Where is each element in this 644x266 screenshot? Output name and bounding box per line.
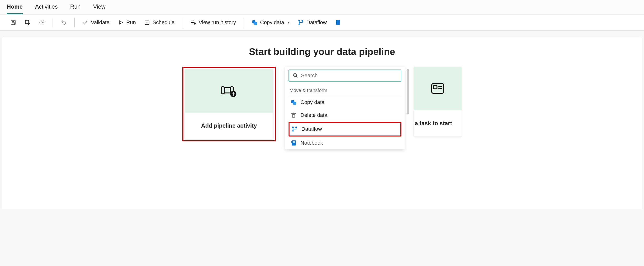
svg-rect-50 (293, 142, 295, 143)
card-label: a task to start (414, 110, 462, 136)
dataflow-icon (298, 19, 304, 26)
item-label: Dataflow (302, 126, 322, 132)
settings-button[interactable] (36, 17, 48, 28)
svg-rect-2 (12, 20, 14, 22)
svg-point-10 (148, 23, 148, 23)
search-icon (292, 72, 298, 79)
group-header: Move & transform (288, 87, 401, 96)
item-notebook[interactable]: Notebook (288, 136, 401, 149)
pipeline-add-icon (221, 84, 238, 98)
scrollbar[interactable] (406, 69, 409, 114)
card-choose-task[interactable]: a task to start (414, 67, 462, 136)
validate-label: Validate (91, 19, 110, 26)
svg-rect-47 (291, 142, 292, 143)
svg-point-4 (41, 22, 42, 23)
toolbar: Validate Run Schedule View run history C… (0, 14, 644, 30)
copy-data-button[interactable]: Copy data ▾ (248, 17, 293, 28)
check-icon (82, 19, 88, 26)
chevron-down-icon: ▾ (288, 20, 290, 24)
svg-rect-49 (293, 142, 295, 142)
undo-button[interactable] (57, 17, 70, 28)
view-run-history-button[interactable]: View run history (187, 17, 239, 28)
svg-rect-22 (336, 21, 336, 21)
tab-run[interactable]: Run (70, 3, 80, 14)
database-copy-icon (252, 19, 258, 26)
save-icon (10, 19, 16, 26)
svg-rect-1 (12, 23, 14, 24)
card-illustration (414, 67, 462, 110)
gear-icon (39, 19, 45, 26)
canvas-empty-state: Start building your data pipeline Add pi (2, 37, 642, 209)
svg-marker-5 (119, 21, 122, 24)
toolbar-separator (244, 18, 244, 27)
notebook-icon (290, 140, 297, 146)
template-icon (431, 83, 445, 94)
svg-rect-40 (293, 115, 294, 117)
save-button[interactable] (7, 17, 20, 28)
highlight-add-activity: Add pipeline activity (182, 67, 276, 141)
item-label: Notebook (300, 140, 323, 146)
validate-button[interactable]: Validate (79, 17, 113, 28)
view-run-history-label: View run history (199, 19, 236, 26)
svg-rect-23 (336, 22, 336, 22)
toolbar-separator (74, 18, 74, 27)
svg-rect-21 (336, 20, 340, 25)
svg-rect-25 (221, 87, 224, 94)
trash-icon (290, 112, 297, 118)
database-copy-icon (290, 99, 297, 106)
card-label: Add pipeline activity (185, 112, 273, 139)
schedule-label: Schedule (152, 19, 174, 26)
dataflow-icon (292, 126, 298, 132)
play-icon (118, 19, 124, 26)
item-copy-data[interactable]: Copy data (288, 96, 401, 109)
svg-rect-24 (336, 23, 336, 24)
run-label: Run (126, 19, 136, 26)
run-button[interactable]: Run (114, 17, 139, 28)
svg-rect-3 (25, 20, 29, 24)
svg-rect-37 (292, 113, 296, 114)
history-icon (190, 19, 196, 26)
search-input-wrapper[interactable] (288, 70, 401, 82)
svg-rect-46 (291, 141, 292, 142)
calendar-icon (144, 19, 150, 26)
svg-rect-38 (293, 112, 294, 113)
item-label: Copy data (300, 99, 324, 106)
tab-view[interactable]: View (93, 3, 106, 14)
toolbar-separator (52, 18, 53, 27)
ribbon-tabs: Home Activities Run View (0, 0, 644, 14)
schedule-button[interactable]: Schedule (140, 17, 178, 28)
svg-point-8 (146, 23, 146, 23)
search-input[interactable] (301, 72, 398, 79)
svg-rect-41 (294, 115, 294, 117)
svg-point-9 (147, 23, 147, 23)
notebook-icon (335, 19, 341, 26)
save-as-button[interactable] (21, 17, 34, 28)
save-edit-icon (24, 19, 30, 26)
tab-activities[interactable]: Activities (35, 3, 58, 14)
card-add-pipeline-activity[interactable]: Add pipeline activity (185, 69, 273, 139)
tab-home[interactable]: Home (7, 3, 23, 14)
undo-icon (60, 19, 67, 26)
svg-line-33 (296, 76, 298, 78)
svg-rect-39 (292, 115, 293, 117)
dataflow-button[interactable]: Dataflow (294, 17, 330, 28)
dataflow-label: Dataflow (306, 19, 327, 26)
item-dataflow[interactable]: Dataflow (288, 122, 401, 136)
svg-point-32 (294, 74, 297, 77)
svg-rect-48 (291, 144, 292, 144)
starter-cards-row: Add pipeline activity Move & transform C… (2, 67, 642, 149)
svg-rect-52 (434, 86, 437, 89)
activity-picker-panel: Move & transform Copy data Delete data D… (285, 67, 405, 149)
copy-data-label: Copy data (260, 19, 284, 26)
page-title: Start building your data pipeline (2, 46, 642, 57)
item-delete-data[interactable]: Delete data (288, 109, 401, 122)
toolbar-separator (182, 18, 182, 27)
svg-marker-15 (194, 23, 195, 24)
card-illustration (185, 69, 273, 112)
more-button[interactable] (332, 17, 341, 28)
item-label: Delete data (300, 112, 328, 118)
